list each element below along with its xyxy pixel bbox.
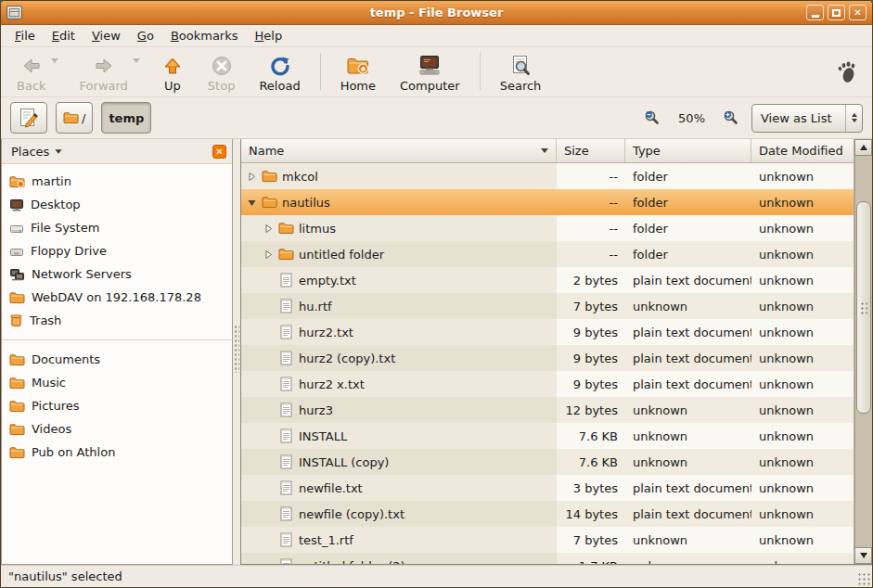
root-folder-button[interactable]: /: [56, 102, 93, 134]
folder-icon: [262, 170, 277, 183]
text-file-icon: [280, 273, 292, 288]
table-row[interactable]: newfile.txt 3 bytes plain text document …: [241, 475, 854, 501]
sidebar-item-pictures[interactable]: Pictures: [2, 394, 232, 417]
table-row[interactable]: hu.rtf 7 bytes unknown unknown: [241, 293, 854, 319]
toolbar-separator: [320, 53, 321, 90]
sidebar-item-videos[interactable]: Videos: [2, 417, 232, 441]
pane-separator[interactable]: [233, 139, 240, 565]
column-header-date-modified[interactable]: Date Modified: [751, 139, 854, 162]
back-button[interactable]: Back: [8, 50, 55, 95]
scrollbar-thumb[interactable]: [856, 201, 871, 414]
table-row[interactable]: untitled folder (2) 1.7 KB unknown unkno…: [241, 553, 854, 564]
computer-button[interactable]: Computer: [392, 50, 469, 95]
menu-help[interactable]: Help: [247, 26, 291, 45]
zoom-out-button[interactable]: [640, 106, 664, 130]
file-size: 9 bytes: [557, 319, 625, 345]
table-row[interactable]: hurz2 x.txt 9 bytes plain text document …: [241, 371, 854, 397]
sidebar-item-trash[interactable]: Trash: [2, 309, 232, 332]
expander[interactable]: [245, 198, 259, 208]
minimize-button[interactable]: [806, 5, 824, 20]
sidebar-item-label: Desktop: [31, 198, 81, 211]
sidebar-item-file-system[interactable]: File System: [2, 216, 232, 239]
resize-grip-icon[interactable]: [857, 572, 870, 585]
zoom-in-button[interactable]: [719, 106, 743, 130]
reload-button[interactable]: Reload: [250, 50, 308, 95]
file-name: INSTALL: [299, 429, 347, 443]
file-name: untitled folder: [299, 248, 384, 262]
table-row[interactable]: hurz2.txt 9 bytes plain text document un…: [241, 319, 854, 345]
folder-icon: [9, 353, 25, 366]
forward-dropdown[interactable]: [133, 63, 140, 77]
sidebar-item-martin[interactable]: martin: [2, 170, 232, 193]
sidebar-item-label: File System: [31, 221, 99, 235]
vertical-scrollbar[interactable]: [854, 139, 872, 564]
file-type: unknown: [625, 553, 751, 564]
current-folder-button[interactable]: temp: [101, 102, 151, 134]
table-row[interactable]: litmus -- folder unknown: [241, 215, 854, 241]
table-row[interactable]: mkcol -- folder unknown: [241, 163, 854, 189]
sidebar-item-network-servers[interactable]: Network Servers: [2, 262, 232, 286]
pane-grip-icon: [234, 325, 239, 373]
file-name: newfile (copy).txt: [299, 507, 404, 521]
sidebar-item-music[interactable]: Music: [2, 371, 232, 394]
zoom-level: 50%: [678, 111, 705, 125]
titlebar[interactable]: temp - File Browser ✕: [1, 1, 872, 25]
table-row[interactable]: untitled folder -- folder unknown: [241, 241, 854, 267]
sidebar-item-desktop[interactable]: Desktop: [2, 193, 232, 216]
table-row[interactable]: newfile (copy).txt 14 bytes plain text d…: [241, 501, 854, 527]
table-row[interactable]: INSTALL 7.6 KB unknown unknown: [241, 423, 854, 449]
sidebar-close-button[interactable]: ✕: [212, 145, 226, 159]
table-row[interactable]: empty.txt 2 bytes plain text document un…: [241, 267, 854, 293]
expander[interactable]: [245, 172, 259, 182]
scroll-up-button[interactable]: [854, 139, 872, 156]
sidebar-item-pub-on-athlon[interactable]: Pub on Athlon: [2, 441, 232, 464]
table-row[interactable]: nautilus -- folder unknown: [241, 189, 854, 215]
maximize-button[interactable]: [828, 5, 845, 20]
sidebar-item-webdav-on-192-168-178-28[interactable]: WebDAV on 192.168.178.28: [2, 286, 232, 309]
menu-edit[interactable]: Edit: [44, 26, 83, 45]
column-header-name[interactable]: Name: [241, 139, 557, 162]
edit-location-button[interactable]: [10, 102, 47, 134]
table-row[interactable]: hurz3 12 bytes unknown unknown: [241, 397, 854, 423]
file-date-modified: unknown: [751, 449, 854, 475]
sidebar-item-label: Music: [32, 376, 66, 390]
menu-bookmarks[interactable]: Bookmarks: [162, 26, 247, 45]
text-file-icon: [280, 351, 292, 365]
search-button[interactable]: Search: [492, 50, 550, 95]
expander-closed-icon[interactable]: [263, 249, 274, 260]
up-button[interactable]: Up: [153, 50, 192, 95]
table-row[interactable]: hurz2 (copy).txt 9 bytes plain text docu…: [241, 345, 854, 371]
expander[interactable]: [262, 224, 276, 234]
expander-open-icon[interactable]: [247, 198, 257, 208]
column-header-type[interactable]: Type: [625, 139, 751, 162]
sidebar-item-documents[interactable]: Documents: [2, 348, 232, 371]
sidebar-item-label: Documents: [32, 352, 100, 366]
close-button[interactable]: ✕: [849, 5, 867, 20]
home-button[interactable]: Home: [332, 50, 384, 95]
file-size: 2 bytes: [557, 267, 625, 293]
menu-view[interactable]: View: [83, 26, 129, 45]
scroll-down-button[interactable]: [854, 547, 872, 564]
view-mode-select[interactable]: View as List: [751, 104, 863, 133]
table-row[interactable]: INSTALL (copy) 7.6 KB unknown unknown: [241, 449, 854, 475]
gnome-throbber-icon: [837, 61, 857, 86]
expander-closed-icon[interactable]: [247, 172, 257, 182]
sort-descending-icon: [541, 148, 548, 153]
chevron-up-icon: [860, 145, 867, 150]
desktop-icon: [9, 198, 24, 211]
column-header-size[interactable]: Size: [557, 139, 625, 162]
sidebar-header[interactable]: Places ✕: [2, 139, 232, 164]
back-dropdown[interactable]: [51, 63, 58, 77]
file-name: newfile.txt: [299, 481, 363, 495]
expander-closed-icon[interactable]: [263, 224, 274, 234]
sidebar-item-floppy-drive[interactable]: Floppy Drive: [2, 239, 232, 262]
file-date-modified: unknown: [751, 501, 854, 527]
text-file-icon: [280, 428, 292, 443]
expander[interactable]: [262, 249, 276, 260]
scrollbar-trough[interactable]: [854, 156, 872, 547]
forward-button[interactable]: Forward: [71, 50, 136, 95]
menu-go[interactable]: Go: [129, 26, 162, 45]
stop-button[interactable]: Stop: [199, 50, 244, 95]
menu-file[interactable]: File: [6, 26, 44, 45]
table-row[interactable]: test_1.rtf 7 bytes unknown unknown: [241, 527, 854, 553]
